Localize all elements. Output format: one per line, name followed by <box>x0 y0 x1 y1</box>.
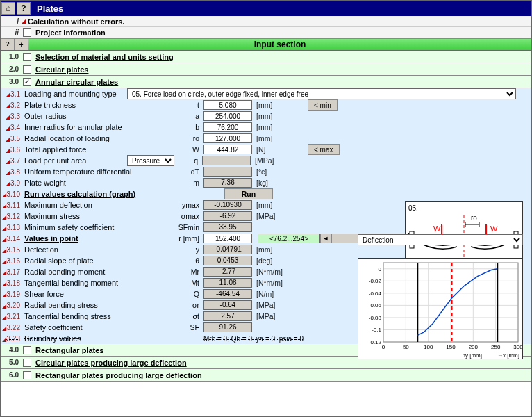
section-5-checkbox[interactable] <box>23 359 31 367</box>
svg-text:-0.08: -0.08 <box>369 315 382 321</box>
svg-text:150: 150 <box>446 344 456 350</box>
svg-text:100: 100 <box>424 344 433 350</box>
calc-status: Calculation without errors. <box>26 17 124 26</box>
vip-input[interactable] <box>203 234 252 243</box>
help-icon[interactable]: ? <box>17 2 31 15</box>
input-section-header: ? + Input section <box>1 38 531 51</box>
param-input[interactable] <box>203 100 252 110</box>
boundary-text: Mrb = 0; Qb = 0; ya = 0; psia = 0 <box>203 335 304 343</box>
project-info-checkbox[interactable] <box>23 28 31 37</box>
svg-text:-0.02: -0.02 <box>369 278 382 284</box>
app-icon[interactable]: ⌂ <box>1 2 15 15</box>
svg-text:-0.12: -0.12 <box>369 339 382 345</box>
loading-label: Loading and mounting type <box>23 90 127 98</box>
svg-text:-0.06: -0.06 <box>369 302 382 309</box>
tri-icon: ◢ <box>22 18 26 24</box>
project-info-label: Project information <box>34 28 106 37</box>
param-row: ◢3.2Plate thicknesst[mm]< min <box>1 99 531 111</box>
param-value: -0.10930 <box>203 200 252 210</box>
svg-text:200: 200 <box>469 344 479 350</box>
scroll-left[interactable]: ◄ <box>320 234 331 243</box>
svg-text:0: 0 <box>379 266 382 272</box>
vip-label: Values in point <box>23 234 176 243</box>
param-value: 11.08 <box>203 278 252 288</box>
info-row-i: i ◢ Calculation without errors. <box>1 16 531 27</box>
param-value: 91.26 <box>203 322 252 332</box>
svg-text:-0.1: -0.1 <box>372 327 381 333</box>
param-value: -6.92 <box>203 211 252 221</box>
section-6-checkbox[interactable] <box>23 371 31 379</box>
svg-text:-0.04: -0.04 <box>369 291 382 297</box>
section-3-label: Annular circular plates <box>34 78 118 86</box>
param-value: 0.0453 <box>203 256 252 265</box>
run-label: Run values calculation (graph) <box>23 190 224 198</box>
svg-text:↑y [mm]: ↑y [mm] <box>463 352 482 359</box>
chart: 0501001502002503000-0.02-0.04-0.06-0.08-… <box>358 258 523 359</box>
param-row: ◢3.5Radial location of loadingro[mm] <box>1 133 531 144</box>
section-5-label: Circular plates producing large deflecti… <box>34 359 187 367</box>
param-value <box>203 167 252 177</box>
param-input[interactable] <box>203 145 252 154</box>
svg-text:0: 0 <box>382 344 385 350</box>
loading-select[interactable]: 05. Force load on circle, outer edge fix… <box>127 88 516 99</box>
section-2-label: Circular plates <box>34 65 88 74</box>
param-value: -0.04791 <box>203 245 252 254</box>
param-row: ◢3.9Plate weightm7.36[kg] <box>1 177 531 188</box>
input-section-title: Input section <box>28 40 531 49</box>
svg-text:→x [mm]: →x [mm] <box>497 352 519 359</box>
param-row: ◢3.7Load per unit areaPressureq[MPa] <box>1 155 531 166</box>
param-value: -2.77 <box>203 267 252 277</box>
section-6[interactable]: 6.0 Rectangular plates producing large d… <box>1 369 531 382</box>
svg-text:50: 50 <box>403 344 409 350</box>
param-value: -464.54 <box>203 289 252 299</box>
section-4-label: Rectangular plates <box>34 346 103 354</box>
info-row-ii: ii Project information <box>1 27 531 38</box>
run-button[interactable]: Run <box>224 188 273 199</box>
section-4-checkbox[interactable] <box>23 346 31 354</box>
svg-text:300: 300 <box>513 344 522 350</box>
param-value: 33.95 <box>203 222 252 232</box>
param-input[interactable] <box>203 122 252 132</box>
svg-text:ro: ro <box>471 214 477 222</box>
svg-text:W: W <box>490 224 498 233</box>
expand-button[interactable]: + <box>15 39 28 50</box>
load-type-select[interactable]: Pressure <box>127 155 174 166</box>
section-1-label: Selection of material and units setting <box>34 53 174 61</box>
param-row: ◢3.4Inner radius for annular plateb[mm] <box>1 122 531 133</box>
boundary-label: Boundary values <box>23 334 176 343</box>
svg-text:250: 250 <box>491 344 501 350</box>
param-input[interactable] <box>203 133 252 143</box>
param-row: ◢3.8Uniform temperature differentialdT[°… <box>1 166 531 177</box>
param-input[interactable] <box>203 111 252 121</box>
param-row: ◢3.6Total applied forceW[N]< max <box>1 144 531 155</box>
param-value: 2.57 <box>203 311 252 321</box>
section-2-checkbox[interactable] <box>23 65 31 74</box>
help-button[interactable]: ? <box>1 39 15 50</box>
param-row: ◢3.3Outer radiusa[mm] <box>1 111 531 122</box>
section-3-checkbox[interactable]: ✓ <box>23 78 31 86</box>
min-button[interactable]: < min <box>308 99 338 111</box>
section-2[interactable]: 2.0 Circular plates <box>1 63 531 76</box>
param-value: 7.36 <box>203 178 252 188</box>
app-title: Plates <box>37 3 63 14</box>
section-3[interactable]: 3.0 ✓ Annular circular plates <box>1 76 531 88</box>
chart-type-select[interactable]: Deflection <box>358 234 523 245</box>
param-value <box>202 156 251 165</box>
vip-range: <76.2...254> <box>258 234 320 243</box>
svg-text:W: W <box>433 224 441 233</box>
section-1[interactable]: 1.0 Selection of material and units sett… <box>1 51 531 63</box>
section-6-label: Rectangular plates producing large defle… <box>34 371 202 379</box>
param-value: -0.64 <box>203 300 252 310</box>
max-button[interactable]: < max <box>308 144 340 155</box>
titlebar: ⌂ ? Plates <box>1 1 531 16</box>
section-1-checkbox[interactable] <box>23 53 31 61</box>
